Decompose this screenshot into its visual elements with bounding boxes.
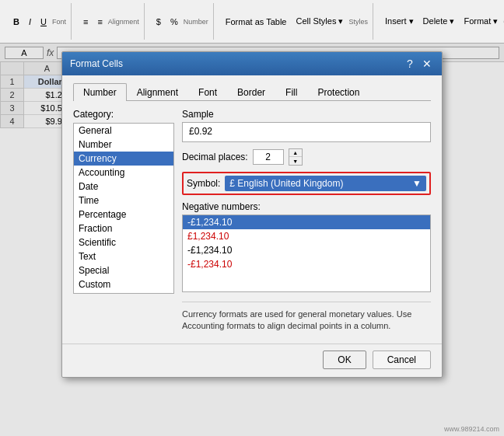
insert-button[interactable]: Insert ▾ <box>381 14 418 29</box>
category-label: Category: <box>73 109 174 120</box>
help-button[interactable]: ? <box>403 57 417 71</box>
dialog-titlebar: Format Cells ? ✕ <box>62 52 442 75</box>
tab-bar: Number Alignment Font Border Fill Protec… <box>73 83 431 101</box>
align-center-button[interactable]: ≡ <box>93 15 106 29</box>
currency-button[interactable]: $ <box>152 15 165 29</box>
tab-border[interactable]: Border <box>227 83 275 101</box>
cell-styles-label: Cell Styles ▾ <box>296 16 343 26</box>
category-custom[interactable]: Custom <box>74 277 173 291</box>
dialog-content: Number Alignment Font Border Fill Protec… <box>62 75 442 344</box>
tab-font[interactable]: Font <box>188 83 227 101</box>
negative-item-1[interactable]: £1,234.10 <box>183 229 430 243</box>
negative-item-0[interactable]: -£1,234.10 <box>183 215 430 229</box>
decimal-spinner: ▲ ▼ <box>289 148 303 166</box>
symbol-row: Symbol: £ English (United Kingdom) ▼ <box>182 172 431 195</box>
spinner-up-button[interactable]: ▲ <box>289 149 302 157</box>
dialog-footer: OK Cancel <box>62 344 442 377</box>
category-fraction[interactable]: Fraction <box>74 221 173 235</box>
category-section: Category: General Number Currency Accoun… <box>73 109 174 333</box>
format-button[interactable]: Format ▾ <box>460 14 502 29</box>
negative-label: Negative numbers: <box>182 201 431 212</box>
cell-styles-button[interactable]: Cell Styles ▾ <box>292 14 347 29</box>
format-cells-dialog: Format Cells ? ✕ Number Alignment Font B… <box>61 51 443 378</box>
tab-alignment[interactable]: Alignment <box>127 83 188 101</box>
format-as-table-label: Format as Table <box>226 17 287 26</box>
right-panel: Sample £0.92 Decimal places: ▲ ▼ <box>182 109 431 333</box>
category-time[interactable]: Time <box>74 194 173 208</box>
dialog-overlay: Format Cells ? ✕ Number Alignment Font B… <box>0 44 504 436</box>
decimal-row: Decimal places: ▲ ▼ <box>182 148 431 166</box>
category-text[interactable]: Text <box>74 249 173 263</box>
tab-protection[interactable]: Protection <box>307 83 369 101</box>
description-text: Currency formats are used for general mo… <box>182 302 431 333</box>
italic-button[interactable]: I <box>25 15 35 29</box>
alignment-section: ≡ ≡ Alignment <box>75 3 145 40</box>
styles-section: Format as Table Cell Styles ▾ Styles <box>217 3 373 40</box>
format-as-table-button[interactable]: Format as Table <box>222 15 291 29</box>
format-label: Format ▾ <box>464 16 498 26</box>
category-general[interactable]: General <box>74 124 173 138</box>
cells-section: Insert ▾ Delete ▾ Format ▾ Cells <box>376 3 504 40</box>
category-list[interactable]: General Number Currency Accounting Date … <box>73 123 174 294</box>
sample-value: £0.92 <box>182 122 431 142</box>
symbol-dropdown[interactable]: £ English (United Kingdom) ▼ <box>225 176 426 191</box>
category-currency[interactable]: Currency <box>74 152 173 166</box>
font-section: B I U Font <box>5 3 72 40</box>
number-label: Number <box>184 18 208 26</box>
dialog-main-area: Category: General Number Currency Accoun… <box>73 109 431 333</box>
alignment-label: Alignment <box>108 18 139 26</box>
ribbon-toolbar: B I U Font ≡ ≡ Alignment $ % Number Form… <box>0 0 504 44</box>
bold-button[interactable]: B <box>9 15 23 29</box>
category-percentage[interactable]: Percentage <box>74 208 173 221</box>
category-accounting[interactable]: Accounting <box>74 166 173 180</box>
category-special[interactable]: Special <box>74 263 173 277</box>
align-left-button[interactable]: ≡ <box>79 15 92 29</box>
sample-label: Sample <box>182 109 431 120</box>
dialog-controls: ? ✕ <box>403 57 434 71</box>
delete-button[interactable]: Delete ▾ <box>419 14 459 29</box>
negative-item-3[interactable]: -£1,234.10 <box>183 257 430 271</box>
ok-button[interactable]: OK <box>323 351 366 369</box>
underline-button[interactable]: U <box>37 15 51 29</box>
negative-item-2[interactable]: -£1,234.10 <box>183 243 430 257</box>
negative-section: Negative numbers: -£1,234.10 £1,234.10 -… <box>182 201 431 292</box>
close-button[interactable]: ✕ <box>420 57 434 71</box>
dropdown-arrow-icon: ▼ <box>412 178 422 189</box>
styles-label: Styles <box>348 18 368 26</box>
tab-fill[interactable]: Fill <box>275 83 307 101</box>
font-label: Font <box>52 18 66 26</box>
spinner-down-button[interactable]: ▼ <box>289 157 302 165</box>
category-date[interactable]: Date <box>74 180 173 194</box>
decimal-input[interactable] <box>253 149 284 165</box>
dialog-title: Format Cells <box>70 58 123 69</box>
negative-list[interactable]: -£1,234.10 £1,234.10 -£1,234.10 -£1,234.… <box>182 215 431 292</box>
symbol-value: £ English (United Kingdom) <box>229 178 343 189</box>
category-scientific[interactable]: Scientific <box>74 235 173 249</box>
decimal-label: Decimal places: <box>182 152 248 162</box>
symbol-label: Symbol: <box>187 178 220 189</box>
watermark: www.989214.com <box>444 425 499 433</box>
tab-number[interactable]: Number <box>73 83 127 101</box>
number-section: $ % Number <box>148 3 214 40</box>
category-number[interactable]: Number <box>74 138 173 152</box>
sample-section: Sample £0.92 <box>182 109 431 142</box>
percent-button[interactable]: % <box>166 15 182 29</box>
cancel-button[interactable]: Cancel <box>373 351 431 369</box>
